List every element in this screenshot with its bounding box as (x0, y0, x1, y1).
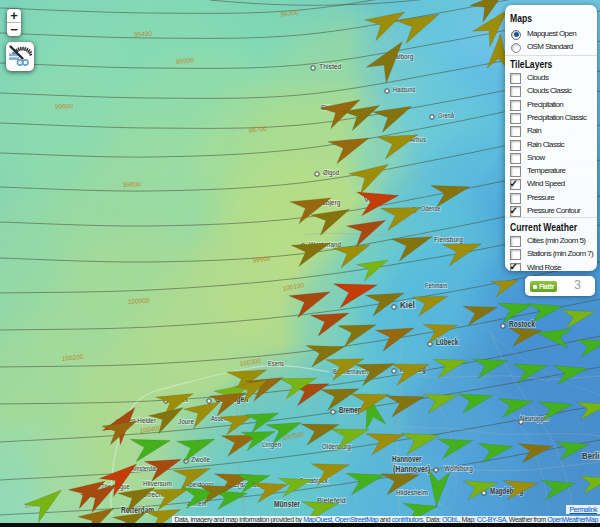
svg-text:Lübeck: Lübeck (436, 337, 458, 347)
svg-text:Esens: Esens (268, 359, 284, 368)
svg-text:99800: 99800 (123, 180, 142, 188)
svg-text:Ølgod: Ølgod (323, 168, 339, 177)
svg-text:Wolfsburg: Wolfsburg (444, 464, 473, 473)
svg-text:Kiel: Kiel (400, 300, 415, 310)
svg-text:Flensburg: Flensburg (434, 235, 463, 244)
svg-text:Joure: Joure (178, 417, 194, 426)
svg-text:Grenå: Grenå (438, 111, 455, 120)
svg-text:99400: 99400 (134, 30, 153, 38)
svg-text:Fehmarn: Fehmarn (425, 281, 447, 290)
svg-text:Hannover: Hannover (392, 454, 422, 464)
svg-text:Münster: Münster (274, 499, 300, 509)
svg-text:Berlin: Berlin (582, 451, 600, 461)
svg-text:Rostock: Rostock (509, 319, 535, 329)
svg-text:Thisted: Thisted (319, 62, 341, 71)
svg-text:Hilversum: Hilversum (143, 479, 172, 488)
svg-text:(Hannover): (Hannover) (393, 464, 430, 474)
svg-text:Lingen: Lingen (262, 440, 281, 449)
svg-text:Zwolle: Zwolle (191, 455, 210, 464)
svg-text:Hadsund: Hadsund (393, 85, 415, 94)
svg-text:99600: 99600 (55, 102, 74, 110)
svg-text:Hildesheim: Hildesheim (396, 488, 428, 497)
